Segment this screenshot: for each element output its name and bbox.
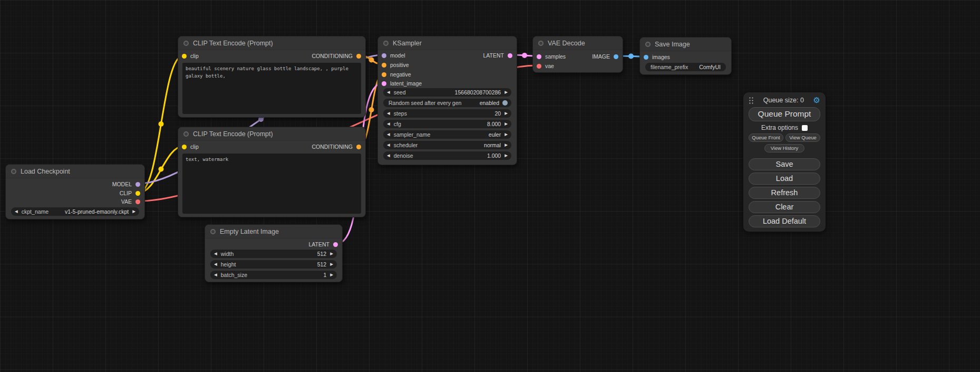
increment-arrow-icon[interactable]: ▶ (330, 273, 333, 277)
decrement-arrow-icon[interactable]: ◀ (387, 111, 390, 116)
increment-arrow-icon[interactable]: ▶ (504, 90, 508, 94)
clear-button[interactable]: Clear (749, 201, 820, 213)
increment-arrow-icon[interactable]: ▶ (330, 262, 333, 266)
queue-front-button[interactable]: Queue Front (749, 133, 783, 142)
save-button[interactable]: Save (749, 158, 820, 170)
output-slot-conditioning[interactable]: CONDITIONING (312, 52, 361, 60)
slot-dot-vae[interactable] (537, 64, 541, 69)
widget-height[interactable]: ◀ height 512 ▶ (210, 260, 337, 269)
widget-random-seed[interactable]: Random seed after every gen enabled (383, 99, 511, 107)
node-clip-text-encode-positive[interactable]: CLIP Text Encode (Prompt) clip CONDITION… (178, 36, 366, 118)
widget-steps[interactable]: ◀ steps 20 ▶ (383, 109, 511, 118)
slot-dot-latent[interactable] (333, 242, 338, 247)
widget-filename-prefix[interactable]: filename_prefix ComfyUI (645, 63, 726, 71)
increment-arrow-icon[interactable]: ▶ (330, 252, 333, 256)
load-default-button[interactable]: Load Default (749, 215, 820, 227)
slot-dot-clip[interactable] (182, 54, 187, 59)
node-title-bar[interactable]: VAE Decode (533, 36, 623, 50)
output-slot-latent[interactable]: LATENT (483, 52, 512, 59)
node-ksampler[interactable]: KSampler model positive negative latent_… (377, 36, 517, 165)
input-slot-clip[interactable]: clip (182, 52, 199, 60)
node-collapse-dot[interactable] (210, 229, 216, 234)
output-slot-clip[interactable]: CLIP (120, 189, 140, 197)
node-collapse-dot[interactable] (645, 42, 651, 47)
node-vae-decode[interactable]: VAE Decode samples vae IMAGE (532, 36, 623, 73)
view-queue-button[interactable]: View Queue (785, 133, 820, 142)
input-slot-images[interactable]: images (644, 53, 670, 61)
widget-seed[interactable]: ◀ seed 156680208700286 ▶ (383, 88, 511, 97)
graph-canvas[interactable]: Load Checkpoint MODEL CLIP VAE ◀ ckpt_na… (0, 0, 980, 372)
slot-dot-clip[interactable] (135, 191, 140, 196)
node-empty-latent-image[interactable]: Empty Latent Image LATENT ◀ width 512 ▶ … (205, 224, 343, 282)
slot-dot-image[interactable] (644, 55, 648, 60)
slot-dot-conditioning[interactable] (382, 63, 386, 68)
widget-scheduler[interactable]: ◀ scheduler normal ▶ (383, 141, 511, 149)
queue-prompt-button[interactable]: Queue Prompt (749, 107, 820, 121)
input-slot-samples[interactable]: samples (537, 53, 566, 60)
prompt-textarea[interactable]: text, watermark (182, 154, 361, 214)
node-collapse-dot[interactable] (383, 41, 389, 46)
output-slot-latent[interactable]: LATENT (309, 241, 338, 248)
widget-width[interactable]: ◀ width 512 ▶ (210, 250, 337, 258)
node-clip-text-encode-negative[interactable]: CLIP Text Encode (Prompt) clip CONDITION… (178, 127, 366, 217)
node-collapse-dot[interactable] (11, 169, 16, 174)
increment-arrow-icon[interactable]: ▶ (504, 122, 508, 126)
input-slot-latent-image[interactable]: latent_image (382, 80, 422, 87)
drag-handle-icon[interactable] (749, 96, 754, 104)
increment-arrow-icon[interactable]: ▶ (504, 111, 508, 116)
node-title-bar[interactable]: Save Image (640, 37, 731, 51)
slot-dot-model[interactable] (135, 182, 140, 187)
node-collapse-dot[interactable] (538, 41, 544, 46)
extra-options-checkbox[interactable] (802, 125, 808, 131)
increment-arrow-icon[interactable]: ▶ (504, 143, 508, 147)
node-title-bar[interactable]: Load Checkpoint (6, 165, 144, 178)
slot-dot-latent[interactable] (508, 53, 512, 58)
slot-dot-conditioning[interactable] (356, 54, 361, 59)
view-history-button[interactable]: View History (764, 144, 804, 152)
node-title-bar[interactable]: Empty Latent Image (205, 225, 342, 239)
decrement-arrow-icon[interactable]: ◀ (387, 143, 390, 147)
node-title-bar[interactable]: CLIP Text Encode (Prompt) (178, 127, 365, 141)
decrement-arrow-icon[interactable]: ◀ (387, 154, 390, 158)
slot-dot-conditioning[interactable] (356, 145, 361, 149)
slot-dot-vae[interactable] (135, 199, 140, 204)
slot-dot-conditioning[interactable] (382, 72, 386, 77)
node-title-bar[interactable]: CLIP Text Encode (Prompt) (178, 36, 365, 50)
load-button[interactable]: Load (749, 173, 820, 185)
increment-arrow-icon[interactable]: ▶ (504, 132, 508, 137)
decrement-arrow-icon[interactable]: ◀ (15, 209, 18, 214)
node-collapse-dot[interactable] (183, 41, 189, 46)
decrement-arrow-icon[interactable]: ◀ (387, 122, 390, 126)
decrement-arrow-icon[interactable]: ◀ (387, 90, 390, 94)
input-slot-clip[interactable]: clip (182, 143, 199, 150)
widget-batch-size[interactable]: ◀ batch_size 1 ▶ (210, 271, 337, 279)
input-slot-positive[interactable]: positive (382, 61, 409, 69)
decrement-arrow-icon[interactable]: ◀ (387, 132, 390, 137)
decrement-arrow-icon[interactable]: ◀ (214, 252, 217, 256)
output-slot-vae[interactable]: VAE (121, 198, 140, 205)
slot-dot-image[interactable] (614, 54, 618, 59)
node-title-bar[interactable]: KSampler (378, 36, 517, 50)
decrement-arrow-icon[interactable]: ◀ (214, 262, 217, 266)
widget-sampler-name[interactable]: ◀ sampler_name euler ▶ (383, 130, 511, 139)
decrement-arrow-icon[interactable]: ◀ (214, 273, 217, 277)
slot-dot-latent[interactable] (537, 54, 541, 59)
toggle-dot-icon[interactable] (502, 100, 508, 106)
slot-dot-model[interactable] (382, 53, 386, 58)
node-load-checkpoint[interactable]: Load Checkpoint MODEL CLIP VAE ◀ ckpt_na… (5, 164, 145, 220)
node-save-image[interactable]: Save Image images filename_prefix ComfyU… (639, 37, 732, 75)
output-slot-conditioning[interactable]: CONDITIONING (312, 143, 361, 150)
widget-denoise[interactable]: ◀ denoise 1.000 ▶ (383, 151, 511, 160)
slot-dot-clip[interactable] (182, 145, 187, 149)
refresh-button[interactable]: Refresh (749, 187, 820, 199)
widget-cfg[interactable]: ◀ cfg 8.000 ▶ (383, 120, 511, 128)
gear-icon[interactable]: ⚙ (813, 96, 820, 104)
slot-dot-latent[interactable] (382, 81, 386, 86)
prompt-textarea[interactable]: beautiful scenery nature glass bottle la… (182, 63, 361, 114)
output-slot-model[interactable]: MODEL (112, 180, 140, 188)
input-slot-negative[interactable]: negative (382, 71, 411, 78)
input-slot-model[interactable]: model (382, 52, 405, 59)
increment-arrow-icon[interactable]: ▶ (132, 209, 135, 214)
increment-arrow-icon[interactable]: ▶ (504, 154, 508, 158)
output-slot-image[interactable]: IMAGE (592, 53, 618, 60)
